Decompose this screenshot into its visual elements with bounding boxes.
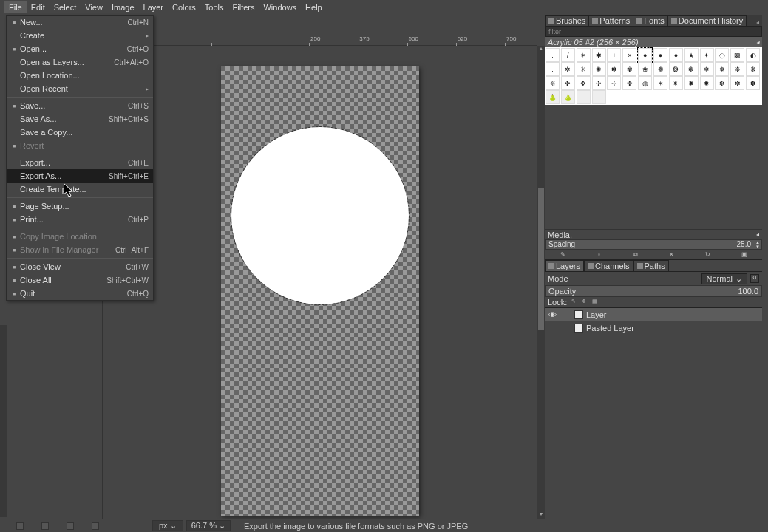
file-menu-open-as-layers[interactable]: Open as Layers...Ctrl+Alt+O <box>7 55 153 69</box>
layer-opacity-field[interactable]: Opacity100.0 <box>545 285 762 297</box>
brush-swatch[interactable]: ✸ <box>684 76 699 90</box>
lock-position-icon[interactable]: ✥ <box>580 299 588 306</box>
menu-file[interactable]: File <box>4 1 27 13</box>
brush-swatch[interactable]: ❋ <box>746 62 760 76</box>
brush-swatch[interactable]: ✥ <box>577 76 591 90</box>
brush-swatch[interactable]: ✽ <box>607 62 621 76</box>
brush-swatch[interactable]: ▩ <box>730 48 744 62</box>
brush-swatch[interactable]: ❀ <box>638 62 652 76</box>
brush-swatch[interactable]: ✦ <box>700 48 714 62</box>
delete-brush-icon[interactable]: ✕ <box>668 251 676 259</box>
brush-swatch[interactable]: ✶ <box>653 76 667 90</box>
brush-swatch[interactable]: ✻ <box>715 76 729 90</box>
file-menu-save-as[interactable]: Save As...Shift+Ctrl+S <box>7 112 153 126</box>
brush-swatch[interactable]: ✹ <box>700 76 714 90</box>
menu-view[interactable]: View <box>81 1 107 13</box>
brush-swatch[interactable]: × <box>622 48 636 62</box>
menu-filters[interactable]: Filters <box>228 1 259 13</box>
brush-swatch[interactable]: ✷ <box>669 76 683 90</box>
brush-swatch[interactable]: ✾ <box>622 62 636 76</box>
brush-swatch[interactable]: ✱ <box>592 48 606 62</box>
brush-swatch[interactable]: ❅ <box>715 62 729 76</box>
brush-swatch[interactable]: ◌ <box>715 48 729 62</box>
dock-menu-icon[interactable]: ◂ <box>753 19 762 26</box>
brush-swatch[interactable]: ✤ <box>561 76 575 90</box>
brush-swatch[interactable]: ❃ <box>684 62 699 76</box>
tab-brushes[interactable]: Brushes <box>545 15 589 26</box>
brush-grid[interactable]: ./✶✱+×●●●★✦◌▩◐.✲✳✺✽✾❀❁❂❃❄❅❉❋❊✤✥✣✢✜◍✶✷✸✹✻… <box>545 47 762 105</box>
canvas-area[interactable] <box>103 46 537 519</box>
lock-alpha-icon[interactable]: ▦ <box>591 299 598 306</box>
eye-icon[interactable]: 👁 <box>548 310 557 319</box>
brush-media-label[interactable]: Media,◂ <box>545 229 762 239</box>
menu-layer[interactable]: Layer <box>139 1 169 13</box>
tab-fonts[interactable]: Fonts <box>633 15 668 26</box>
brush-swatch[interactable]: ✳ <box>577 62 591 76</box>
chevron-down-icon[interactable]: ◂ <box>756 39 759 46</box>
brush-swatch[interactable]: ✺ <box>592 62 606 76</box>
file-menu-open-recent[interactable]: Open Recent▸ <box>7 82 153 95</box>
brush-swatch[interactable] <box>577 90 591 104</box>
brush-swatch[interactable]: ❉ <box>730 62 744 76</box>
file-menu-create[interactable]: Create▸ <box>7 29 153 42</box>
layer-row[interactable]: 👁 Layer <box>545 308 762 321</box>
layer-mode-select[interactable]: Normal⌄ <box>701 273 747 284</box>
tab-layers[interactable]: Layers <box>545 260 584 271</box>
brush-swatch[interactable]: 🍐 <box>546 90 560 104</box>
file-menu-export-as[interactable]: Export As...Shift+Ctrl+E <box>7 169 153 183</box>
document-canvas[interactable] <box>221 66 419 516</box>
brush-swatch[interactable]: ❁ <box>653 62 667 76</box>
brush-swatch[interactable]: ✲ <box>561 62 575 76</box>
brush-swatch[interactable]: ● <box>638 48 652 62</box>
file-menu-save[interactable]: ■Save...Ctrl+S <box>7 99 153 112</box>
edit-brush-icon[interactable]: ✎ <box>560 251 567 259</box>
brush-swatch[interactable]: ❄ <box>700 62 714 76</box>
file-menu-export[interactable]: Export...Ctrl+E <box>7 156 153 169</box>
brush-spacing-field[interactable]: Spacing 25.0 ▲▼ <box>545 239 762 250</box>
brush-swatch[interactable]: . <box>546 48 560 62</box>
menu-image[interactable]: Image <box>107 1 139 13</box>
file-menu-open[interactable]: ■Open...Ctrl+O <box>7 42 153 55</box>
brush-swatch[interactable]: ✜ <box>622 76 636 90</box>
nav-mini-icon[interactable] <box>67 522 74 530</box>
nav-mini-icon[interactable] <box>41 522 49 530</box>
tab-document-history[interactable]: Document History <box>667 15 747 26</box>
nav-mini-icon[interactable] <box>92 522 99 530</box>
menu-windows[interactable]: Windows <box>259 1 301 13</box>
file-menu-print[interactable]: ■Print...Ctrl+P <box>7 213 153 226</box>
brush-swatch[interactable]: ● <box>653 48 667 62</box>
layer-name[interactable]: Pasted Layer <box>586 324 634 332</box>
brush-swatch[interactable]: ✣ <box>592 76 606 90</box>
brush-swatch[interactable]: ✽ <box>746 76 760 90</box>
scrollbar-vertical[interactable]: ▲ ▼ <box>537 46 545 519</box>
selection-circle[interactable] <box>231 127 409 304</box>
file-menu-close-view[interactable]: ■Close ViewCtrl+W <box>7 260 153 273</box>
spin-down-icon[interactable]: ▼ <box>754 245 761 249</box>
file-menu-quit[interactable]: ■QuitCtrl+Q <box>7 287 153 300</box>
tab-channels[interactable]: Channels <box>584 260 633 271</box>
layer-name[interactable]: Layer <box>586 310 607 319</box>
lock-pixels-icon[interactable]: ✎ <box>570 299 577 306</box>
brush-swatch[interactable]: ❊ <box>546 76 560 90</box>
new-brush-icon[interactable]: ▫ <box>596 251 603 259</box>
menu-select[interactable]: Select <box>50 1 81 13</box>
refresh-brush-icon[interactable]: ↻ <box>704 251 712 259</box>
brush-swatch[interactable]: ● <box>669 48 683 62</box>
open-as-image-icon[interactable]: ▣ <box>741 251 748 259</box>
brush-swatch[interactable]: ❂ <box>669 62 683 76</box>
file-menu-open-location[interactable]: Open Location... <box>7 69 153 82</box>
file-menu-close-all[interactable]: ■Close AllShift+Ctrl+W <box>7 273 153 287</box>
brush-swatch[interactable]: ★ <box>684 48 699 62</box>
brush-swatch[interactable]: ✼ <box>730 76 744 90</box>
brush-swatch[interactable]: ✶ <box>577 48 591 62</box>
file-menu-save-a-copy[interactable]: Save a Copy... <box>7 126 153 139</box>
brush-swatch[interactable]: 🍐 <box>561 90 575 104</box>
unit-selector[interactable]: px ⌄ <box>152 520 183 531</box>
menu-colors[interactable]: Colors <box>168 1 200 13</box>
menu-edit[interactable]: Edit <box>27 1 50 13</box>
file-menu-page-setup[interactable]: ■Page Setup... <box>7 200 153 213</box>
brush-swatch[interactable] <box>592 90 606 104</box>
duplicate-brush-icon[interactable]: ⧉ <box>632 251 639 259</box>
file-menu-new[interactable]: ■New...Ctrl+N <box>7 16 153 29</box>
file-menu-create-template[interactable]: Create Template... <box>7 183 153 196</box>
